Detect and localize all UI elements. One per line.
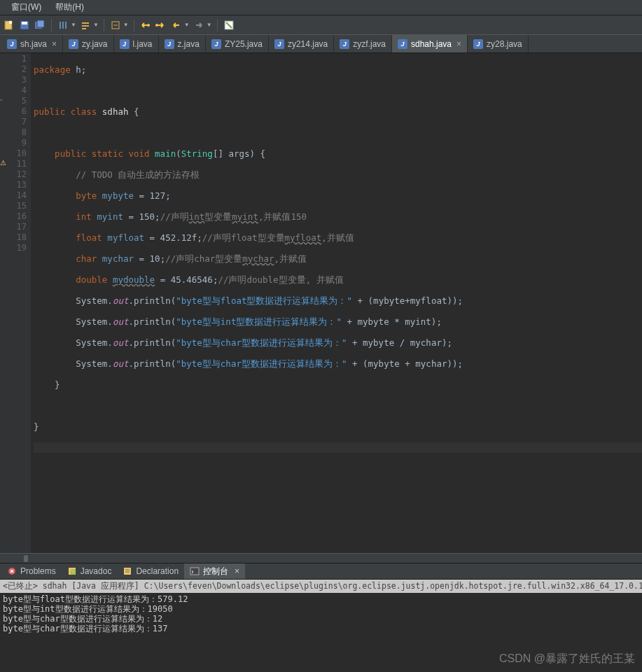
tab-javadoc[interactable]: @ Javadoc <box>62 564 118 579</box>
marker-bar: ◦ ⚠ <box>0 53 10 553</box>
svg-rect-17 <box>190 568 199 575</box>
menu-help[interactable]: 帮助(H) <box>48 0 91 15</box>
problems-icon <box>7 566 17 576</box>
tab-label: zy28.java <box>487 39 522 49</box>
tab-l[interactable]: Jl.java <box>114 35 159 52</box>
horizontal-scrollbar[interactable] <box>0 553 642 563</box>
svg-rect-8 <box>82 28 86 29</box>
tab-label: 控制台 <box>203 566 228 578</box>
separator <box>217 19 218 31</box>
tab-label: ZY25.java <box>225 39 263 49</box>
svg-point-10 <box>147 24 150 27</box>
line-number-gutter: 12345678910111213141516171819 <box>10 53 31 553</box>
dropdown-icon[interactable]: ▼ <box>184 22 190 28</box>
tab-sh[interactable]: Jsh.java× <box>1 35 63 52</box>
java-file-icon: J <box>211 39 221 49</box>
svg-rect-6 <box>82 22 89 24</box>
tab-label: zyzf.java <box>353 39 386 49</box>
console-header: <已终止> sdhah [Java 应用程序] C:\Users\feven\D… <box>0 580 642 593</box>
java-file-icon: J <box>473 39 483 49</box>
separator <box>104 19 104 31</box>
tab-label: Declaration <box>136 566 179 576</box>
toolbar: ▼ ▼ ▼ ▼ ▼ <box>0 15 642 35</box>
tab-console[interactable]: 控制台 × <box>184 564 245 579</box>
javadoc-icon: @ <box>67 566 77 576</box>
separator <box>51 19 52 31</box>
java-file-icon: J <box>7 39 17 49</box>
code-editor[interactable]: ◦ ⚠ 12345678910111213141516171819 packag… <box>0 53 642 553</box>
editor-tab-bar: Jsh.java× Jzy.java Jl.java Jz.java JZY25… <box>0 35 642 53</box>
tab-zy25[interactable]: JZY25.java <box>206 35 269 52</box>
close-icon[interactable]: × <box>456 39 461 49</box>
svg-rect-1 <box>9 21 12 24</box>
tab-label: z.java <box>178 39 200 49</box>
tab-label: Javadoc <box>81 566 112 576</box>
svg-text:@: @ <box>70 568 76 575</box>
nav-back-icon[interactable] <box>170 19 183 31</box>
bottom-view-tabs: Problems @ Javadoc Declaration 控制台 × <box>0 563 642 580</box>
svg-rect-5 <box>37 20 44 27</box>
separator <box>134 19 134 31</box>
dropdown-icon[interactable]: ▼ <box>207 22 212 28</box>
nav-back-edit-icon[interactable] <box>139 19 152 31</box>
close-icon[interactable]: × <box>52 39 57 49</box>
menu-window[interactable]: 窗口(W) <box>4 0 48 15</box>
nav-forward-edit-icon[interactable] <box>155 19 167 31</box>
tab-zyzf[interactable]: Jzyzf.java <box>334 35 392 52</box>
tab-label: sh.java <box>20 39 47 49</box>
tab-sdhah[interactable]: Jsdhah.java× <box>392 35 468 52</box>
scrollbar-thumb[interactable] <box>24 555 28 562</box>
close-icon[interactable]: × <box>235 566 239 576</box>
tab-label: Problems <box>20 566 56 576</box>
code-area[interactable]: package h; public class sdhah { public s… <box>31 53 642 553</box>
tab-label: zy.java <box>82 39 107 49</box>
annotation-icon[interactable] <box>109 19 122 31</box>
dropdown-icon[interactable]: ▼ <box>93 22 99 28</box>
menu-bar: 窗口(W) 帮助(H) <box>0 0 642 15</box>
java-file-icon: J <box>340 39 349 49</box>
declaration-icon <box>123 566 132 576</box>
svg-point-11 <box>155 24 158 27</box>
save-icon[interactable] <box>18 19 31 31</box>
new-file-icon[interactable] <box>3 19 15 31</box>
console-icon <box>190 566 200 576</box>
toggle-mark-icon[interactable] <box>57 19 69 31</box>
java-file-icon: J <box>274 39 284 49</box>
tab-label: zy214.java <box>288 39 328 49</box>
tab-label: sdhah.java <box>411 39 452 49</box>
tab-label: l.java <box>133 39 153 49</box>
java-file-icon: J <box>69 39 78 49</box>
java-file-icon: J <box>398 39 407 49</box>
svg-rect-7 <box>82 25 89 27</box>
tab-z[interactable]: Jz.java <box>159 35 206 52</box>
java-file-icon: J <box>165 39 174 49</box>
tab-zy28[interactable]: Jzy28.java <box>468 35 529 52</box>
tab-zy214[interactable]: Jzy214.java <box>269 35 334 52</box>
svg-rect-16 <box>124 568 131 575</box>
dropdown-icon[interactable]: ▼ <box>123 22 129 28</box>
nav-forward-icon[interactable] <box>193 19 205 31</box>
save-all-icon[interactable] <box>34 19 46 31</box>
tab-declaration[interactable]: Declaration <box>117 564 184 579</box>
console-output[interactable]: byte型与float型数据进行运算结果为：579.12 byte型与int型数… <box>0 593 642 635</box>
tab-zy[interactable]: Jzy.java <box>63 35 113 52</box>
dropdown-icon[interactable]: ▼ <box>71 22 76 28</box>
tab-problems[interactable]: Problems <box>1 564 62 579</box>
pin-editor-icon[interactable] <box>223 19 235 31</box>
paragraph-icon[interactable] <box>79 19 92 31</box>
java-file-icon: J <box>120 39 130 49</box>
svg-rect-3 <box>22 22 27 24</box>
console-view: <已终止> sdhah [Java 应用程序] C:\Users\feven\D… <box>0 580 642 672</box>
